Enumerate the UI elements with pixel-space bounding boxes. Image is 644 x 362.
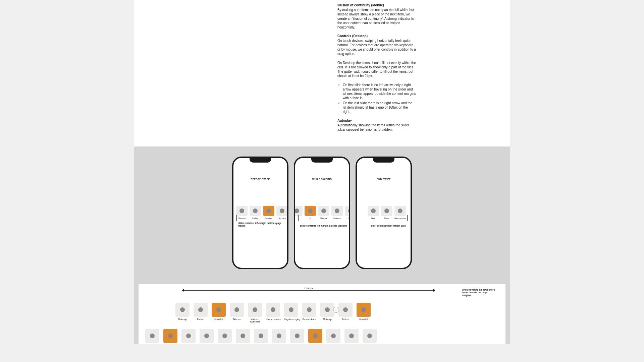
- category-thumb: [338, 303, 353, 317]
- category-label: Make-up: [320, 318, 334, 320]
- category-item: Haar: [368, 206, 379, 219]
- category-thumb: [344, 329, 359, 343]
- category-item: HaarVerf: [212, 303, 226, 320]
- product-icon: [348, 208, 350, 213]
- category-item: Haaraccesoires: [266, 303, 280, 320]
- phone-mockup: BEFORE SWIPEMake-upParfumHaarVerfSkincar…: [232, 157, 288, 269]
- mockup-panel: BEFORE SWIPEMake-upParfumHaarVerfSkincar…: [134, 146, 510, 344]
- heading-controls: Controls (Desktop): [337, 34, 416, 38]
- category-thumb: [318, 206, 329, 216]
- category-thumb: [145, 329, 159, 343]
- product-icon: [398, 208, 402, 213]
- desktop-slider-row-2: [139, 323, 505, 344]
- category-label: Nagelverzorging: [284, 318, 298, 320]
- category-label: Geschenksets: [302, 318, 316, 320]
- category-label: Make-up: [175, 318, 190, 320]
- category-thumb: [276, 206, 288, 216]
- category-thumb: [320, 303, 334, 317]
- phone-notch: [373, 158, 394, 163]
- category-item: [163, 329, 177, 344]
- arrow-left-icon: [182, 289, 184, 292]
- product-icon: [289, 307, 293, 312]
- phone-state-title: END SWIPE: [357, 178, 411, 180]
- phone-annotation: slider container left-margin matches pag…: [238, 222, 287, 227]
- product-icon: [180, 307, 185, 312]
- product-icon: [271, 307, 275, 312]
- category-label: HaarVerf: [357, 318, 371, 320]
- product-icon: [204, 334, 209, 338]
- category-label: Skincare: [276, 217, 288, 219]
- category-label: Make-up accesoires: [248, 318, 262, 323]
- category-label: Haaraccesoires: [266, 318, 280, 320]
- product-icon: [216, 307, 221, 312]
- margin-bracket: [298, 215, 299, 221]
- category-thumb: [331, 206, 343, 216]
- category-item: [272, 329, 286, 344]
- product-icon: [313, 334, 318, 338]
- product-icon: [259, 334, 263, 338]
- category-label: Make-up: [331, 217, 343, 219]
- product-icon: [384, 208, 389, 213]
- category-thumb: [163, 329, 177, 343]
- margin-bracket: [407, 215, 408, 221]
- product-icon: [343, 307, 348, 312]
- category-thumb: [368, 206, 379, 216]
- category-item: [181, 329, 196, 344]
- category-thumb: [254, 329, 268, 343]
- product-icon: [198, 307, 203, 312]
- phone-state-title: BEFORE SWIPE: [233, 178, 287, 180]
- category-thumb: [345, 206, 350, 216]
- category-item: Skincare: [230, 303, 244, 320]
- category-thumb: [175, 303, 190, 317]
- category-thumb: [236, 329, 250, 343]
- category-item: Skincare: [318, 206, 329, 219]
- category-item: [236, 329, 250, 344]
- category-label: Skincare: [230, 318, 244, 320]
- category-label: HaarVerf: [212, 318, 226, 320]
- product-icon: [222, 334, 227, 338]
- category-item: [200, 329, 214, 344]
- category-item: [326, 329, 340, 344]
- desktop-header-row: when hovering it shows more items outsid…: [139, 289, 505, 298]
- category-thumb: [308, 329, 322, 343]
- hover-note: when hovering it shows more items outsid…: [462, 289, 495, 297]
- category-thumb: [394, 206, 406, 216]
- product-icon: [308, 208, 313, 213]
- category-thumb: [212, 303, 226, 317]
- category-item: Make-up: [236, 206, 248, 219]
- document-page: Illusion of continuity (Mobile) By makin…: [134, 0, 510, 344]
- category-item: Make-up accesoires: [248, 303, 262, 323]
- category-item: rf: [305, 206, 316, 219]
- product-icon: [239, 208, 244, 213]
- category-item: [344, 329, 359, 344]
- category-label: Parfum: [250, 217, 261, 219]
- product-icon: [253, 307, 257, 312]
- phone-notch: [311, 158, 333, 163]
- category-item: [308, 329, 322, 344]
- product-icon: [240, 334, 245, 338]
- product-icon: [349, 334, 354, 338]
- category-label: rf: [305, 217, 316, 219]
- product-icon: [280, 208, 284, 213]
- product-icon: [253, 208, 258, 213]
- category-thumb: [200, 329, 214, 343]
- product-icon: [325, 307, 330, 312]
- category-thumb: [194, 303, 208, 317]
- category-item: Parfum: [338, 303, 353, 320]
- category-item: HaarVerf: [263, 206, 274, 219]
- category-label: Geschenksets: [394, 217, 406, 219]
- category-label: Parfum: [338, 318, 353, 320]
- phone-annotation: slider container right-margin 80px: [371, 225, 406, 227]
- phone-mockup: END SWIPEHaarNagelGeschenksetsslider con…: [356, 157, 412, 269]
- category-item: HaarVerf: [357, 303, 371, 320]
- category-label: Make-up: [236, 217, 248, 219]
- category-label: Haar: [368, 217, 379, 219]
- category-thumb: [230, 303, 244, 317]
- category-item: [218, 329, 232, 344]
- category-thumb: [305, 206, 316, 216]
- product-icon: [331, 334, 336, 338]
- category-item: Skincare: [276, 206, 288, 219]
- width-indicator: [182, 289, 435, 292]
- category-label: Haar: [345, 217, 350, 219]
- category-item: Nagelverzorging: [284, 303, 298, 320]
